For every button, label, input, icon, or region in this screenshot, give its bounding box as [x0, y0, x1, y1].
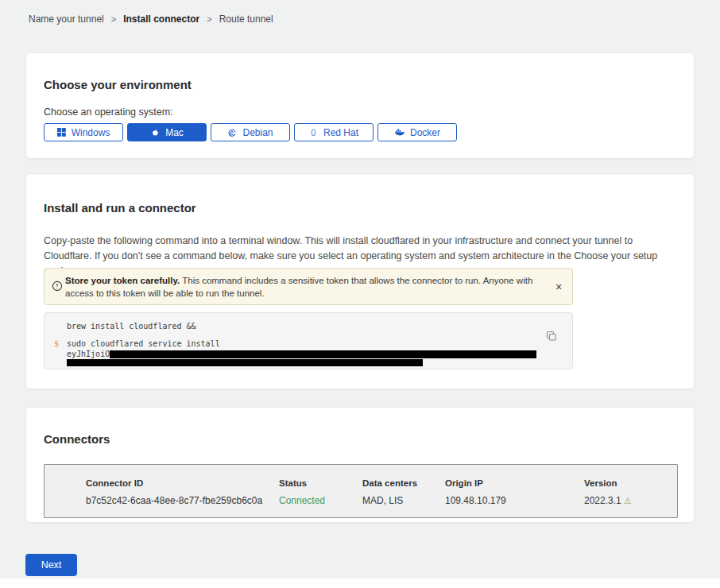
breadcrumb-step-name-your-tunnel: Name your tunnel — [29, 14, 104, 25]
version-number: 2022.3.1 — [584, 495, 621, 506]
token-text: eyJhIjoiO — [67, 350, 110, 359]
os-button-mac[interactable]: Mac — [127, 123, 207, 141]
os-button-label: Windows — [72, 127, 110, 138]
tunnel-setup-page: Name your tunnel > Install connector > R… — [0, 0, 720, 588]
redhat-icon — [309, 128, 318, 137]
os-button-debian[interactable]: Debian — [211, 123, 290, 141]
header-version: Version — [584, 478, 677, 488]
origin-ip-cell: 109.48.10.179 — [445, 495, 584, 506]
connectors-card: Connectors Connector ID Status Data cent… — [25, 407, 695, 523]
os-button-label: Red Hat — [323, 127, 358, 138]
header-data-centers: Data centers — [362, 478, 445, 488]
table-header-row: Connector ID Status Data centers Origin … — [86, 478, 677, 488]
token-warning-banner: Store your token carefully. This command… — [44, 268, 573, 305]
apple-icon — [150, 128, 160, 137]
copy-icon[interactable] — [545, 331, 558, 343]
status-badge: Connected — [279, 495, 362, 506]
os-button-windows[interactable]: Windows — [44, 123, 123, 141]
os-select-label: Choose an operating system: — [44, 106, 173, 118]
os-button-redhat[interactable]: Red Hat — [294, 123, 374, 141]
table-row: b7c52c42-6caa-48ee-8c77-fbe259cb6c0a Con… — [86, 495, 677, 506]
version-warning-icon: ⚠ — [624, 496, 632, 505]
os-button-label: Mac — [165, 127, 184, 138]
close-icon[interactable]: ✕ — [552, 280, 566, 294]
header-origin-ip: Origin IP — [445, 478, 584, 488]
redacted-token-bar — [67, 359, 423, 366]
os-button-label: Debian — [242, 127, 273, 138]
breadcrumb: Name your tunnel > Install connector > R… — [29, 14, 273, 25]
redacted-token-bar — [110, 350, 536, 358]
warning-title: Store your token carefully. — [65, 276, 180, 285]
install-connector-card: Install and run a connector Copy-paste t… — [25, 173, 695, 389]
connector-id-cell: b7c52c42-6caa-48ee-8c77-fbe259cb6c0a — [86, 495, 279, 506]
os-button-docker[interactable]: Docker — [377, 123, 457, 141]
next-button[interactable]: Next — [25, 554, 77, 576]
token-line: eyJhIjoiO — [45, 350, 572, 359]
debian-icon — [227, 128, 237, 137]
header-status: Status — [279, 478, 362, 488]
data-centers-cell: MAD, LIS — [362, 495, 445, 506]
code-line-install: $ sudo cloudflared service install — [45, 339, 572, 349]
environment-card-title: Choose your environment — [44, 78, 192, 91]
alert-circle-icon — [52, 280, 63, 295]
os-button-row: Windows Mac Debian Red Hat — [44, 123, 457, 141]
bottom-strip — [0, 578, 720, 588]
version-cell: 2022.3.1 ⚠ — [584, 495, 677, 506]
breadcrumb-step-install-connector: Install connector — [123, 14, 199, 25]
code-block: brew install cloudflared && $ sudo cloud… — [44, 312, 573, 369]
docker-icon — [394, 128, 405, 137]
environment-card: Choose your environment Choose an operat… — [25, 52, 695, 159]
connectors-table: Connector ID Status Data centers Origin … — [44, 464, 678, 518]
install-card-title: Install and run a connector — [44, 201, 196, 215]
install-command-text: sudo cloudflared service install — [67, 339, 220, 348]
breadcrumb-separator: > — [111, 14, 116, 24]
breadcrumb-step-route-tunnel: Route tunnel — [219, 14, 273, 25]
os-button-label: Docker — [410, 127, 440, 138]
shell-prompt: $ — [54, 339, 59, 349]
breadcrumb-separator: > — [207, 14, 211, 24]
windows-icon — [57, 128, 66, 137]
warning-message: Store your token carefully. This command… — [65, 275, 542, 300]
connectors-card-title: Connectors — [44, 432, 110, 446]
code-line-brew: brew install cloudflared && — [45, 313, 572, 331]
header-connector-id: Connector ID — [86, 478, 279, 488]
